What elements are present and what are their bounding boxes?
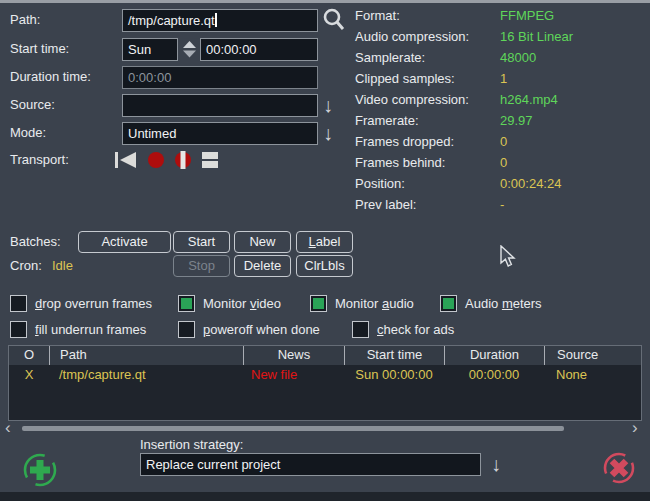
status-value: 0 bbox=[500, 155, 507, 170]
column-header-duration[interactable]: Duration bbox=[444, 346, 544, 365]
checkbox-fill-underrun[interactable]: fill underrun frames bbox=[10, 320, 146, 338]
clrlbls-button[interactable]: ClrLbls bbox=[296, 255, 353, 277]
stop-icon[interactable] bbox=[201, 151, 219, 169]
column-header-path[interactable]: Path bbox=[49, 346, 243, 365]
path-input-text: /tmp/capture.qt bbox=[128, 13, 215, 28]
checkbox-label: check for ads bbox=[377, 322, 454, 337]
checkbox-label: Audio meters bbox=[465, 296, 542, 311]
label-button-post: abel bbox=[316, 234, 341, 249]
mode-input[interactable]: Untimed bbox=[122, 122, 318, 145]
status-panel: Format:FFMPEG Audio compression:16 Bit L… bbox=[355, 5, 647, 215]
path-label: Path: bbox=[10, 9, 40, 31]
status-value: FFMPEG bbox=[500, 8, 554, 23]
checkbox-label: Monitor video bbox=[203, 296, 281, 311]
table-row[interactable]: X /tmp/capture.qt New file Sun 00:00:00 … bbox=[9, 365, 641, 384]
status-row: Audio compression:16 Bit Linear bbox=[355, 26, 647, 47]
checkbox-poweroff[interactable]: poweroff when done bbox=[178, 320, 320, 338]
status-value: h264.mp4 bbox=[500, 92, 558, 107]
mode-text: Untimed bbox=[128, 126, 176, 141]
close-window-icon[interactable] bbox=[601, 450, 637, 486]
status-label: Prev label: bbox=[355, 197, 500, 212]
window-top-edge bbox=[0, 0, 650, 3]
checkbox-monitor-audio[interactable]: Monitor audio bbox=[310, 294, 414, 312]
label-button[interactable]: Label bbox=[296, 231, 353, 253]
record-icon[interactable] bbox=[147, 151, 165, 169]
column-header-on[interactable]: O bbox=[9, 346, 49, 365]
status-value: - bbox=[500, 197, 504, 212]
batch-list-header: O Path News Start time Duration Source bbox=[9, 346, 641, 365]
label-button-key: L bbox=[309, 234, 316, 249]
checkbox-drop-overrun[interactable]: drop overrun frames bbox=[10, 294, 152, 312]
horizontal-scrollbar[interactable] bbox=[22, 426, 564, 431]
status-row: Frames dropped:0 bbox=[355, 131, 647, 152]
column-header-source[interactable]: Source bbox=[544, 346, 641, 365]
insertion-strategy-select[interactable]: Replace current project bbox=[140, 453, 481, 476]
checkbox-monitor-video[interactable]: Monitor video bbox=[178, 294, 281, 312]
checkbox-box[interactable] bbox=[310, 295, 327, 312]
status-row: Frames behind:0 bbox=[355, 152, 647, 173]
status-label: Framerate: bbox=[355, 113, 500, 128]
delete-button[interactable]: Delete bbox=[234, 255, 291, 277]
status-row: Position:0:00:24:24 bbox=[355, 173, 647, 194]
status-label: Format: bbox=[355, 8, 500, 23]
duration-text: 0:00:00 bbox=[128, 70, 171, 85]
status-row: Video compression:h264.mp4 bbox=[355, 89, 647, 110]
insertion-dropdown-arrow-icon[interactable]: ↓ bbox=[491, 453, 501, 476]
mouse-cursor bbox=[499, 245, 517, 269]
source-label: Source: bbox=[10, 94, 55, 116]
checkbox-check-for-ads[interactable]: check for ads bbox=[352, 320, 454, 338]
checkbox-box[interactable] bbox=[440, 295, 457, 312]
cell-start-time: Sun 00:00:00 bbox=[344, 365, 444, 384]
checkbox-box[interactable] bbox=[352, 321, 369, 338]
status-row: Samplerate:48000 bbox=[355, 47, 647, 68]
scroll-right-icon[interactable]: › bbox=[632, 419, 638, 436]
status-value: 0 bbox=[500, 134, 507, 149]
scroll-left-icon[interactable]: ‹ bbox=[5, 419, 11, 436]
add-batch-icon[interactable] bbox=[21, 451, 59, 489]
path-input[interactable]: /tmp/capture.qt bbox=[122, 9, 318, 32]
status-label: Video compression: bbox=[355, 92, 500, 107]
checkbox-label: fill underrun frames bbox=[35, 322, 146, 337]
status-row: Prev label:- bbox=[355, 194, 647, 215]
cell-source: None bbox=[544, 365, 641, 384]
checkbox-box[interactable] bbox=[178, 321, 195, 338]
duration-input[interactable]: 0:00:00 bbox=[122, 66, 318, 89]
status-row: Framerate:29.97 bbox=[355, 110, 647, 131]
status-label: Frames dropped: bbox=[355, 134, 500, 149]
checkbox-label: poweroff when done bbox=[203, 322, 320, 337]
source-dropdown-arrow-icon[interactable]: ↓ bbox=[323, 94, 333, 117]
column-header-start-time[interactable]: Start time bbox=[344, 346, 444, 365]
up-down-spinner-icon[interactable] bbox=[182, 41, 197, 58]
start-time-text: 00:00:00 bbox=[206, 42, 257, 57]
checkbox-checked-mark bbox=[313, 298, 324, 309]
checkbox-box[interactable] bbox=[178, 295, 195, 312]
checkbox-box[interactable] bbox=[10, 321, 27, 338]
mode-dropdown-arrow-icon[interactable]: ↓ bbox=[323, 122, 333, 145]
batch-list[interactable]: O Path News Start time Duration Source X… bbox=[8, 345, 642, 421]
magnify-icon[interactable] bbox=[322, 7, 346, 33]
start-day-input[interactable]: Sun bbox=[122, 38, 178, 61]
cell-path: /tmp/capture.qt bbox=[49, 365, 243, 384]
stop-button[interactable]: Stop bbox=[173, 255, 230, 277]
record-frame-icon[interactable] bbox=[174, 151, 192, 169]
rewind-icon[interactable] bbox=[115, 151, 138, 169]
source-input[interactable] bbox=[122, 94, 318, 117]
column-header-news[interactable]: News bbox=[243, 346, 344, 365]
checkbox-label: Monitor audio bbox=[335, 296, 414, 311]
status-value: 1 bbox=[500, 71, 507, 86]
status-label: Samplerate: bbox=[355, 50, 500, 65]
new-button[interactable]: New bbox=[234, 231, 291, 253]
start-time-input[interactable]: 00:00:00 bbox=[200, 38, 318, 61]
checkbox-box[interactable] bbox=[10, 295, 27, 312]
checkbox-label: drop overrun frames bbox=[35, 296, 152, 311]
status-value: 0:00:24:24 bbox=[500, 176, 561, 191]
activate-button[interactable]: Activate bbox=[78, 231, 171, 253]
checkbox-checked-mark bbox=[181, 298, 192, 309]
cron-status: Idle bbox=[52, 255, 73, 277]
checkbox-audio-meters[interactable]: Audio meters bbox=[440, 294, 542, 312]
window-bottom-edge bbox=[0, 492, 650, 501]
status-value: 29.97 bbox=[500, 113, 533, 128]
start-button[interactable]: Start bbox=[173, 231, 230, 253]
cron-label: Cron: bbox=[10, 255, 42, 277]
transport-controls bbox=[115, 150, 219, 169]
